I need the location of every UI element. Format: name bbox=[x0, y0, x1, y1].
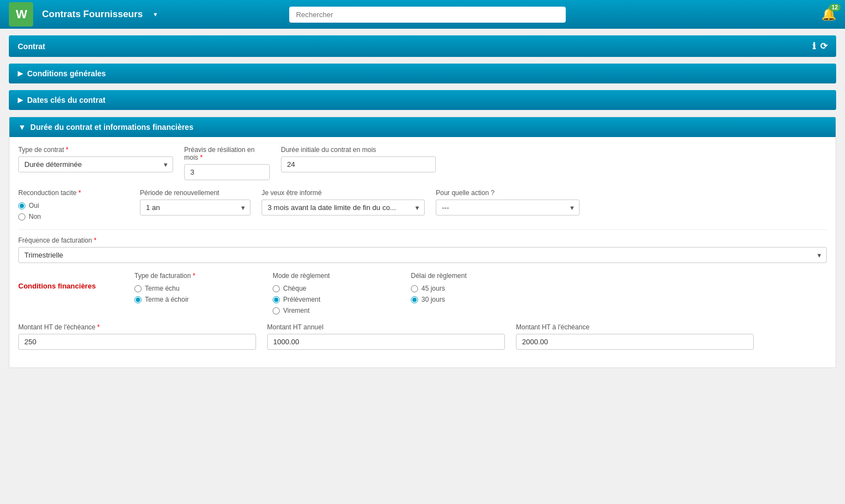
divider-1 bbox=[18, 229, 827, 230]
freq-select[interactable]: Mensuelle Trimestrielle Annuelle bbox=[18, 247, 827, 263]
form-row-conditions: Conditions financières Type de facturati… bbox=[18, 272, 827, 314]
type-fact-label: Type de facturation * bbox=[134, 272, 256, 280]
montant-annuel-input[interactable] bbox=[267, 334, 505, 350]
montant-annuel-label: Montant HT annuel bbox=[267, 323, 505, 331]
reconduction-radio-group: Oui Non bbox=[18, 202, 129, 221]
reconduction-non-text: Non bbox=[29, 213, 41, 221]
type-contrat-label: Type de contrat * bbox=[18, 146, 173, 154]
fg-reconduction: Reconduction tacite * Oui Non bbox=[18, 189, 129, 221]
montant-input[interactable] bbox=[18, 334, 256, 350]
reconduction-label: Reconduction tacite * bbox=[18, 189, 129, 197]
days-45-radio[interactable] bbox=[411, 285, 418, 292]
form-row-2: Reconduction tacite * Oui Non bbox=[18, 189, 827, 221]
fg-action: Pour quelle action ? --- ▼ bbox=[436, 189, 580, 216]
reconduction-oui-radio[interactable] bbox=[18, 202, 25, 209]
fg-delai-reglement: Délai de règlement 45 jours 30 jours bbox=[411, 272, 533, 303]
prelevement-text: Prélèvement bbox=[283, 296, 320, 303]
virement-text: Virement bbox=[283, 307, 310, 314]
mode-label: Mode de règlement bbox=[273, 272, 394, 280]
section-dates-bar[interactable]: ▶ Dates clés du contrat bbox=[9, 90, 836, 110]
fg-duree-initiale: Durée initiale du contrat en mois bbox=[281, 146, 436, 172]
form-row-freq: Fréquence de facturation * Mensuelle Tri… bbox=[18, 237, 827, 263]
duree-input[interactable] bbox=[281, 156, 436, 172]
fg-montant-echeance: Montant HT à l'échéance bbox=[516, 323, 754, 350]
terme-echu-label[interactable]: Terme échu bbox=[134, 285, 256, 292]
prelevement-label[interactable]: Prélèvement bbox=[273, 296, 394, 303]
freq-label: Fréquence de facturation * bbox=[18, 237, 827, 244]
section-general-title: Conditions générales bbox=[27, 69, 106, 78]
app-title: Contrats Fournisseurs bbox=[42, 9, 143, 20]
days-45-text: 45 jours bbox=[421, 285, 445, 292]
action-select[interactable]: --- bbox=[436, 200, 580, 216]
history-icon[interactable]: ⟳ bbox=[820, 41, 827, 51]
days-30-radio[interactable] bbox=[411, 296, 418, 303]
terme-echu-text: Terme échu bbox=[145, 285, 180, 292]
delai-label: Délai de règlement bbox=[411, 272, 533, 280]
prelevement-radio[interactable] bbox=[273, 296, 280, 303]
fg-periode: Période de renouvellement 1 an 2 ans 3 a… bbox=[140, 189, 251, 216]
contrat-bar[interactable]: Contrat ℹ ⟳ bbox=[9, 35, 836, 57]
cheque-radio[interactable] bbox=[273, 285, 280, 292]
search-input[interactable] bbox=[289, 7, 566, 23]
contrat-bar-title: Contrat bbox=[18, 42, 45, 51]
informe-label: Je veux être informé bbox=[262, 189, 425, 197]
fg-freq: Fréquence de facturation * Mensuelle Tri… bbox=[18, 237, 827, 263]
conditions-financieres: Conditions financières bbox=[18, 272, 118, 290]
preavis-label: Préavis de résiliation en mois * bbox=[184, 146, 270, 161]
terme-echu-radio[interactable] bbox=[134, 285, 142, 292]
fg-type-contrat: Type de contrat * Durée déterminée Durée… bbox=[18, 146, 173, 172]
freq-select-wrap: Mensuelle Trimestrielle Annuelle ▼ bbox=[18, 247, 827, 263]
section-duree-title: Durée du contrat et informations financi… bbox=[30, 123, 194, 132]
montant-echeance-input[interactable] bbox=[516, 334, 754, 350]
fg-montant-ht: Montant HT de l'échéance * bbox=[18, 323, 256, 350]
triangle-duree: ▼ bbox=[18, 123, 26, 132]
informe-select[interactable]: 3 mois avant la date limite de fin du co… bbox=[262, 200, 425, 216]
section-duree-panel: ▼ Durée du contrat et informations finan… bbox=[9, 117, 836, 368]
app-title-arrow[interactable]: ▾ bbox=[154, 11, 157, 18]
montant-label: Montant HT de l'échéance * bbox=[18, 323, 256, 331]
cheque-label[interactable]: Chèque bbox=[273, 285, 394, 292]
reconduction-non-label[interactable]: Non bbox=[18, 213, 129, 221]
bell-badge: 12 bbox=[829, 4, 841, 11]
type-fact-radio-group: Terme échu Terme à échoir bbox=[134, 285, 256, 303]
preavis-input[interactable] bbox=[184, 164, 270, 180]
cheque-text: Chèque bbox=[283, 285, 306, 292]
type-contrat-select[interactable]: Durée déterminée Durée indéterminée bbox=[18, 156, 173, 172]
reconduction-oui-label[interactable]: Oui bbox=[18, 202, 129, 209]
fg-mode-reglement: Mode de règlement Chèque Prélèvement bbox=[273, 272, 394, 314]
action-select-wrap: --- ▼ bbox=[436, 200, 580, 216]
virement-radio[interactable] bbox=[273, 307, 280, 314]
search-box bbox=[289, 7, 566, 23]
days-30-text: 30 jours bbox=[421, 296, 445, 303]
reconduction-non-radio[interactable] bbox=[18, 213, 25, 221]
periode-select[interactable]: 1 an 2 ans 3 ans bbox=[140, 200, 251, 216]
fg-type-facturation: Type de facturation * Terme échu Terme à… bbox=[134, 272, 256, 303]
type-contrat-select-wrap: Durée déterminée Durée indéterminée ▼ bbox=[18, 156, 173, 172]
days-30-label[interactable]: 30 jours bbox=[411, 296, 533, 303]
days-45-label[interactable]: 45 jours bbox=[411, 285, 533, 292]
main-content: Contrat ℹ ⟳ ▶ Conditions générales ▶ Dat… bbox=[0, 29, 845, 381]
montant-echeance-label: Montant HT à l'échéance bbox=[516, 323, 754, 331]
notification-bell[interactable]: 🔔 12 bbox=[821, 7, 836, 22]
terme-echoir-text: Terme à échoir bbox=[145, 296, 189, 303]
section-dates-title: Dates clés du contrat bbox=[27, 96, 106, 104]
section-general-bar[interactable]: ▶ Conditions générales bbox=[9, 64, 836, 83]
form-row-montants: Montant HT de l'échéance * Montant HT an… bbox=[18, 323, 827, 350]
action-label: Pour quelle action ? bbox=[436, 189, 580, 197]
delai-radio-group: 45 jours 30 jours bbox=[411, 285, 533, 303]
form-row-1: Type de contrat * Durée déterminée Durée… bbox=[18, 146, 827, 180]
informe-select-wrap: 3 mois avant la date limite de fin du co… bbox=[262, 200, 425, 216]
reconduction-oui-text: Oui bbox=[29, 202, 39, 209]
mode-radio-group: Chèque Prélèvement Virement bbox=[273, 285, 394, 314]
terme-echoir-label[interactable]: Terme à échoir bbox=[134, 296, 256, 303]
fg-montant-annuel: Montant HT annuel bbox=[267, 323, 505, 350]
app-logo[interactable]: W bbox=[9, 2, 33, 27]
terme-echoir-radio[interactable] bbox=[134, 296, 142, 303]
section-duree-body: Type de contrat * Durée déterminée Durée… bbox=[9, 137, 836, 368]
periode-select-wrap: 1 an 2 ans 3 ans ▼ bbox=[140, 200, 251, 216]
virement-label[interactable]: Virement bbox=[273, 307, 394, 314]
triangle-general: ▶ bbox=[18, 70, 23, 77]
info-icon[interactable]: ℹ bbox=[812, 41, 816, 51]
fg-informe: Je veux être informé 3 mois avant la dat… bbox=[262, 189, 425, 216]
section-duree-header[interactable]: ▼ Durée du contrat et informations finan… bbox=[9, 117, 836, 137]
